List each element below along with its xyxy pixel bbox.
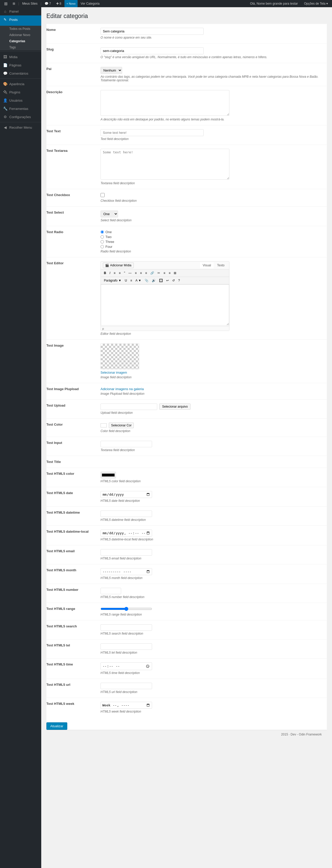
- input-html5-date[interactable]: [101, 491, 152, 498]
- adminbar-my-sites[interactable]: ⊞: [10, 0, 17, 7]
- sidebar-tags[interactable]: Tags: [0, 44, 41, 51]
- label-html5-month: Test HTML5 month: [47, 564, 98, 584]
- editor-btn-undo[interactable]: ↩: [165, 278, 170, 283]
- editor-btn-blockquote[interactable]: —: [127, 271, 133, 276]
- sidebar-posts-toggle[interactable]: ✎ Posts: [0, 16, 41, 24]
- editor-btn-format[interactable]: Parágrafo ▼: [102, 278, 123, 283]
- sidebar-item-collapse[interactable]: ◀ Recolher Menu: [0, 123, 41, 131]
- select-test[interactable]: One Two Three Four: [101, 211, 118, 217]
- wp-logo-icon[interactable]: ⊞: [2, 0, 9, 7]
- field-pai: Nenhum Ao contrário das tags, as categor…: [98, 63, 327, 86]
- input-html5-email[interactable]: [101, 549, 152, 556]
- upload-button[interactable]: Selecionar arquivo: [159, 404, 191, 410]
- field-test-editor: 🎬 Adicionar Mídia Visual Texto: [98, 257, 327, 339]
- sidebar-item-media[interactable]: 🖼 Mídia: [0, 53, 41, 61]
- form-row-nome: Nome O nome é como aparece em seu site.: [47, 24, 327, 43]
- label-html5-range: Test HTML5 range: [47, 603, 98, 620]
- editor-btn-redo[interactable]: ↺: [171, 278, 176, 283]
- input-html5-number[interactable]: [101, 588, 121, 594]
- editor-btn-alignleft[interactable]: ≡: [133, 271, 138, 276]
- editor-btn-emoticons[interactable]: 🔲: [158, 278, 164, 283]
- sidebar-item-comments[interactable]: 💬 Comentários: [0, 69, 41, 78]
- editor-btn-aligncenter[interactable]: ≡: [138, 271, 143, 276]
- sidebar-item-appearance[interactable]: 🎨 Aparência: [0, 80, 41, 88]
- upload-input[interactable]: [101, 404, 157, 410]
- screen-options-button[interactable]: Opções de Tela ▾: [302, 2, 330, 5]
- textarea-descricao[interactable]: [101, 90, 229, 116]
- sidebar-item-plugins[interactable]: 🔌 Plugins: [0, 88, 41, 96]
- editor-btn-link[interactable]: 🔗: [149, 271, 156, 276]
- desc-html5-search: HTML5 search field description: [101, 632, 324, 636]
- adminbar-comments[interactable]: 💬 7: [43, 0, 53, 7]
- editor-btn-unlink[interactable]: ✂: [156, 271, 162, 276]
- textarea-test[interactable]: [101, 149, 229, 180]
- input-html5-time[interactable]: [101, 662, 152, 670]
- sidebar-item-dashboard[interactable]: ⌂ Painel: [0, 7, 41, 16]
- field-html5-datetime: HTML5 datetime field description: [98, 506, 327, 525]
- input-nome[interactable]: [101, 28, 204, 35]
- adminbar-new-content[interactable]: + Novo: [64, 0, 78, 7]
- editor-btn-ol[interactable]: ": [122, 271, 127, 276]
- editor-btn-ul[interactable]: ≡: [117, 271, 122, 276]
- editor-btn-underline[interactable]: U: [123, 278, 129, 283]
- sidebar-item-users[interactable]: 👤 Usuários: [0, 96, 41, 104]
- editor-btn-audio[interactable]: 🔊: [150, 278, 157, 283]
- input-test-text[interactable]: [101, 129, 204, 136]
- editor-btn-strikethrough[interactable]: ≡: [112, 271, 117, 276]
- editor-btn-alignright[interactable]: ≡: [144, 271, 148, 276]
- radio-input-four[interactable]: [101, 245, 104, 248]
- editor-btn-bold[interactable]: B: [102, 271, 108, 276]
- plupload-link[interactable]: Adicionar imagens na galeria: [101, 387, 144, 391]
- select-image-button[interactable]: Selecionar imagem: [101, 371, 127, 374]
- adminbar-view[interactable]: Ver Categoria: [79, 0, 102, 7]
- wp-editor-textarea[interactable]: [101, 284, 229, 326]
- select-pai[interactable]: Nenhum: [101, 67, 122, 74]
- select-color-button[interactable]: Selecionar Cor: [109, 423, 134, 428]
- input-html5-tel[interactable]: [101, 643, 152, 650]
- input-html5-url[interactable]: [101, 683, 152, 689]
- radio-option-one[interactable]: One: [101, 230, 324, 234]
- sidebar-item-tools[interactable]: 🔧 Ferramentas: [0, 104, 41, 113]
- input-html5-range[interactable]: [101, 607, 152, 611]
- sidebar-item-pages[interactable]: 📄 Páginas: [0, 61, 41, 69]
- input-html5-datetime[interactable]: [101, 510, 152, 517]
- radio-input-three[interactable]: [101, 240, 104, 243]
- editor-btn-image[interactable]: 📎: [143, 278, 150, 283]
- form-row-test-image: Test Image Selecionar imagem Image field…: [47, 339, 327, 383]
- editor-btn-help[interactable]: ?: [176, 278, 182, 283]
- desc-html5-datetime-local: HTML5 datetime-local field description: [101, 537, 324, 541]
- radio-input-one[interactable]: [101, 230, 104, 234]
- radio-option-four[interactable]: Four: [101, 245, 324, 249]
- sidebar-item-settings[interactable]: ⚙ Configurações: [0, 113, 41, 121]
- radio-input-two[interactable]: [101, 235, 104, 239]
- editor-btn-textcolor[interactable]: A ▼: [134, 278, 143, 283]
- adminbar-updates[interactable]: ✚ 8: [54, 0, 63, 7]
- editor-btn-spellcheck[interactable]: ≡: [167, 271, 172, 276]
- input-html5-month[interactable]: [101, 568, 152, 575]
- editor-btn-justify[interactable]: ≡: [129, 278, 134, 283]
- sidebar-add-new[interactable]: Adicionar Novo: [0, 32, 41, 38]
- editor-btn-fullscreen[interactable]: ⊞: [172, 271, 178, 276]
- input-slug[interactable]: [101, 48, 204, 54]
- radio-option-two[interactable]: Two: [101, 235, 324, 239]
- sidebar-users-label: Usuários: [9, 99, 22, 102]
- tab-text[interactable]: Texto: [215, 262, 227, 268]
- editor-btn-italic[interactable]: I: [108, 271, 112, 276]
- adminbar-site-name[interactable]: Meus Sites: [20, 0, 39, 7]
- radio-option-three[interactable]: Three: [101, 240, 324, 244]
- input-html5-color[interactable]: [101, 472, 116, 478]
- sidebar-all-posts[interactable]: Todos os Posts: [0, 26, 41, 32]
- editor-btn-more[interactable]: ≡: [162, 271, 167, 276]
- checkbox-test[interactable]: [101, 193, 105, 197]
- sidebar-categories[interactable]: Categorias: [0, 38, 41, 44]
- submit-button[interactable]: Atualizar: [47, 722, 67, 730]
- field-html5-week: HTML5 week field description: [98, 698, 327, 717]
- add-media-button[interactable]: 🎬 Adicionar Mídia: [103, 262, 134, 268]
- input-html5-datetime-local[interactable]: [101, 530, 152, 536]
- input-test-input[interactable]: [101, 441, 152, 447]
- input-html5-search[interactable]: [101, 624, 152, 631]
- input-html5-week[interactable]: [101, 702, 152, 709]
- tab-visual[interactable]: Visual: [200, 262, 214, 269]
- editor-toolbar-1: B I ≡ ≡ " — ≡ ≡ ≡ 🔗: [101, 270, 229, 277]
- adminbar-user[interactable]: Olá, Nome bem grande para testar: [248, 0, 300, 7]
